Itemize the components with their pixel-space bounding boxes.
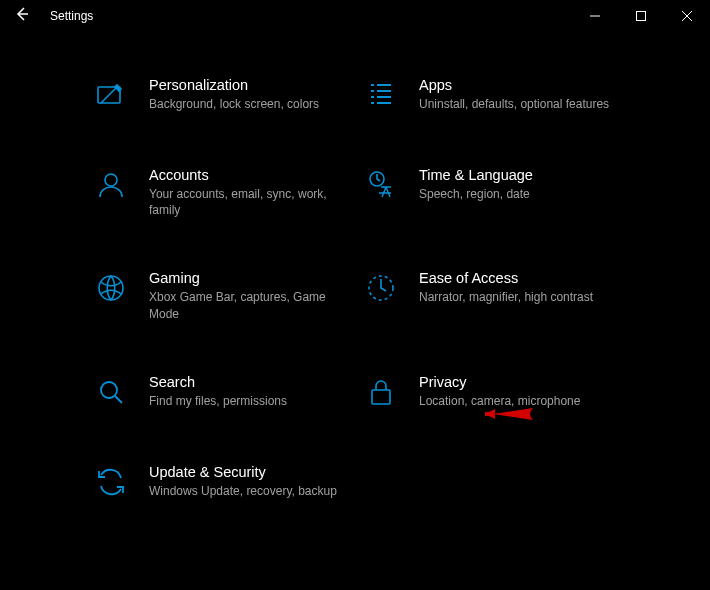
- svg-point-6: [101, 382, 117, 398]
- close-button[interactable]: [664, 0, 710, 32]
- category-desc: Narrator, magnifier, high contrast: [419, 289, 593, 305]
- personalization-icon: [95, 77, 133, 115]
- category-title: Personalization: [149, 77, 319, 93]
- category-apps[interactable]: Apps Uninstall, defaults, optional featu…: [365, 77, 625, 115]
- category-accounts[interactable]: Accounts Your accounts, email, sync, wor…: [95, 167, 355, 218]
- settings-categories: Personalization Background, lock screen,…: [0, 32, 710, 532]
- maximize-icon: [636, 7, 646, 25]
- category-title: Ease of Access: [419, 270, 593, 286]
- arrow-left-icon: [14, 6, 30, 26]
- accounts-icon: [95, 167, 133, 205]
- back-button[interactable]: [0, 0, 44, 32]
- category-desc: Your accounts, email, sync, work, family: [149, 186, 355, 218]
- category-ease-of-access[interactable]: Ease of Access Narrator, magnifier, high…: [365, 270, 625, 321]
- minimize-icon: [590, 7, 600, 25]
- category-gaming[interactable]: Gaming Xbox Game Bar, captures, Game Mod…: [95, 270, 355, 321]
- category-title: Gaming: [149, 270, 355, 286]
- maximize-button[interactable]: [618, 0, 664, 32]
- category-desc: Xbox Game Bar, captures, Game Mode: [149, 289, 355, 321]
- search-icon: [95, 374, 133, 412]
- category-title: Update & Security: [149, 464, 337, 480]
- svg-rect-0: [637, 12, 646, 21]
- apps-icon: [365, 77, 403, 115]
- category-title: Apps: [419, 77, 609, 93]
- time-language-icon: [365, 167, 403, 205]
- category-desc: Location, camera, microphone: [419, 393, 580, 409]
- category-desc: Windows Update, recovery, backup: [149, 483, 337, 499]
- svg-point-2: [105, 174, 117, 186]
- window-controls: [572, 0, 710, 32]
- minimize-button[interactable]: [572, 0, 618, 32]
- category-update-security[interactable]: Update & Security Windows Update, recove…: [95, 464, 355, 502]
- category-desc: Uninstall, defaults, optional features: [419, 96, 609, 112]
- gaming-icon: [95, 270, 133, 308]
- category-title: Time & Language: [419, 167, 533, 183]
- close-icon: [682, 7, 692, 25]
- category-personalization[interactable]: Personalization Background, lock screen,…: [95, 77, 355, 115]
- privacy-icon: [365, 374, 403, 412]
- ease-of-access-icon: [365, 270, 403, 308]
- window-title: Settings: [44, 9, 93, 23]
- svg-point-4: [99, 276, 123, 300]
- category-search[interactable]: Search Find my files, permissions: [95, 374, 355, 412]
- titlebar: Settings: [0, 0, 710, 32]
- update-security-icon: [95, 464, 133, 502]
- category-title: Accounts: [149, 167, 355, 183]
- svg-rect-7: [372, 390, 390, 404]
- category-time-language[interactable]: Time & Language Speech, region, date: [365, 167, 625, 218]
- category-desc: Find my files, permissions: [149, 393, 287, 409]
- category-desc: Background, lock screen, colors: [149, 96, 319, 112]
- category-desc: Speech, region, date: [419, 186, 533, 202]
- category-privacy[interactable]: Privacy Location, camera, microphone: [365, 374, 625, 412]
- category-title: Privacy: [419, 374, 580, 390]
- category-title: Search: [149, 374, 287, 390]
